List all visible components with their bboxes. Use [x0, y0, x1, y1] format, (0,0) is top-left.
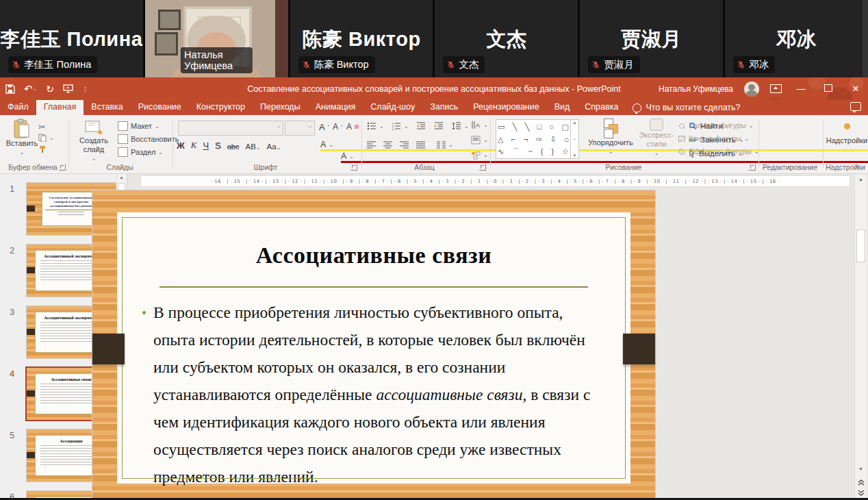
select-button[interactable]: Выделить⌄: [689, 149, 743, 158]
participant-tile[interactable]: 李佳玉 Полина李佳玉 Полина: [0, 0, 143, 77]
align-text-button[interactable]: ⌄: [471, 136, 488, 145]
tab-0[interactable]: Файл: [0, 100, 36, 115]
next-slide-button[interactable]: [855, 488, 867, 497]
ribbon-display-options-icon[interactable]: [770, 84, 782, 93]
addins-button[interactable]: Надстройки: [826, 123, 868, 145]
font-dialog-launcher-icon[interactable]: [350, 164, 357, 171]
minimize-button[interactable]: —: [793, 84, 809, 94]
shape-icon[interactable]: ∿: [498, 146, 504, 157]
shape-icon[interactable]: △: [498, 134, 503, 145]
participant-tile[interactable]: Наталья Уфимцева: [145, 0, 288, 77]
shape-icon[interactable]: ~: [528, 146, 532, 157]
shape-icon[interactable]: ▢: [562, 121, 569, 132]
font-style-button-5[interactable]: АВ⌄: [245, 142, 260, 151]
tab-1[interactable]: Главная: [36, 100, 84, 115]
reset-button[interactable]: Восстановить: [118, 134, 179, 144]
paragraph-dialog-launcher-icon[interactable]: [479, 164, 486, 171]
collapse-ribbon-icon[interactable]: ˄: [856, 163, 860, 171]
font-style-button-2[interactable]: Ч: [203, 140, 209, 151]
align-center-button[interactable]: [383, 141, 392, 149]
quick-styles-button[interactable]: Экспресс-стили⌄: [638, 118, 675, 158]
comments-icon[interactable]: [850, 102, 861, 111]
tab-6[interactable]: Анимация: [308, 100, 363, 115]
new-slide-button[interactable]: Создать слайд⌄: [74, 118, 114, 163]
participant-tile[interactable]: 邓冰邓冰: [725, 0, 868, 77]
arrange-button[interactable]: Упорядочить⌄: [586, 118, 635, 156]
participant-tile[interactable]: 陈豪 Виктор陈豪 Виктор: [290, 0, 433, 77]
paste-button[interactable]: Вставить⌄: [5, 118, 38, 157]
shape-icon[interactable]: ⌒: [512, 146, 520, 157]
drawing-dialog-launcher-icon[interactable]: [749, 164, 756, 171]
increase-indent-button[interactable]: [434, 122, 444, 130]
clipboard-dialog-launcher-icon[interactable]: [59, 164, 66, 171]
shape-icon[interactable]: ╲: [525, 121, 530, 132]
shape-icon[interactable]: ╲: [513, 121, 518, 132]
columns-button[interactable]: ⌄: [437, 141, 453, 149]
font-name-combobox[interactable]: [178, 121, 283, 136]
layout-button[interactable]: Макет⌄: [118, 121, 159, 131]
font-style-button-3[interactable]: S: [215, 140, 221, 151]
shape-icon[interactable]: {: [541, 146, 544, 157]
replace-button[interactable]: ab Заменить⌄: [689, 136, 743, 144]
slide-title[interactable]: Ассоциативные связи: [117, 242, 630, 268]
align-left-button[interactable]: [367, 141, 376, 149]
format-painter-button[interactable]: [38, 145, 47, 153]
cut-button[interactable]: ✂: [38, 122, 46, 132]
previous-slide-button[interactable]: [855, 477, 867, 487]
bullets-button[interactable]: ⌄: [367, 122, 384, 130]
shrink-font-button[interactable]: Аˇ: [333, 122, 343, 132]
justify-button[interactable]: [416, 141, 425, 149]
tab-8[interactable]: Запись: [422, 100, 465, 115]
grow-font-button[interactable]: Аˆ: [319, 122, 329, 132]
slide-body-text[interactable]: • В процессе приобретения личностью субъ…: [142, 299, 604, 490]
clear-formatting-button[interactable]: А: [346, 122, 359, 132]
tab-2[interactable]: Вставка: [84, 100, 130, 115]
shape-icon[interactable]: ○: [550, 121, 554, 132]
participant-tile[interactable]: 文杰文杰: [435, 0, 578, 77]
tell-me-search[interactable]: Что вы хотите сделать?: [626, 100, 747, 115]
shape-icon[interactable]: ▭: [498, 121, 505, 132]
font-style-button-4[interactable]: abc: [227, 142, 240, 151]
tab-10[interactable]: Вид: [547, 100, 578, 115]
font-style-button-6[interactable]: Аа⌄: [267, 142, 281, 151]
shape-icon[interactable]: ⌐: [511, 134, 515, 145]
line-spacing-button[interactable]: ⌄: [452, 122, 469, 130]
tab-4[interactable]: Конструктор: [189, 100, 253, 115]
font-style-button-0[interactable]: Ж: [177, 140, 185, 151]
shape-icon[interactable]: ☆: [562, 146, 569, 157]
shape-icon[interactable]: ¬: [524, 134, 528, 145]
shape-icon[interactable]: ⌂: [564, 134, 569, 145]
account-avatar[interactable]: [744, 82, 759, 97]
close-button[interactable]: ✕: [847, 84, 864, 94]
slide-canvas[interactable]: Ассоциативные связи • В процессе приобре…: [92, 190, 655, 500]
numbering-button[interactable]: ⌄: [392, 122, 409, 130]
shape-icon[interactable]: ⇨: [536, 134, 542, 145]
section-button[interactable]: Раздел⌄: [118, 147, 163, 157]
restore-button[interactable]: [820, 84, 837, 94]
shape-icon[interactable]: }: [551, 146, 554, 157]
shape-icon[interactable]: ⇩: [550, 134, 557, 145]
shapes-gallery[interactable]: ▭╲╲□○▢△⌐¬⇨⇩⌂∿⌒~{}☆ ▲•▼: [496, 119, 579, 159]
decrease-indent-button[interactable]: [416, 122, 426, 130]
main-scrollbar[interactable]: ▲ ▼: [854, 173, 867, 498]
shape-icon[interactable]: □: [537, 121, 542, 132]
copy-button[interactable]: ⌄: [38, 134, 54, 142]
tab-5[interactable]: Переходы: [253, 100, 308, 115]
tab-3[interactable]: Рисование: [131, 100, 189, 115]
font-style-button-1[interactable]: К: [191, 140, 197, 151]
convert-smartart-button[interactable]: ⌄: [471, 151, 488, 160]
tab-9[interactable]: Рецензирование: [465, 100, 547, 115]
tab-7[interactable]: Слайд-шоу: [363, 100, 422, 115]
participant-tile[interactable]: 贾淑月贾淑月: [580, 0, 723, 77]
text-direction-button[interactable]: А⌄: [471, 121, 488, 129]
find-button[interactable]: Найти: [689, 122, 723, 130]
account-user-name[interactable]: Наталья Уфимцева: [659, 84, 733, 94]
scroll-up-icon[interactable]: ▲: [117, 173, 126, 182]
scroll-down-icon[interactable]: ▼: [855, 464, 867, 474]
main-scrollbar-thumb[interactable]: [856, 229, 865, 262]
font-size-combobox[interactable]: [285, 121, 315, 136]
scroll-up-icon[interactable]: ▲: [855, 174, 867, 184]
shapes-gallery-scrollbar[interactable]: ▲•▼: [570, 120, 578, 158]
tab-11[interactable]: Справка: [577, 100, 626, 115]
align-right-button[interactable]: [400, 141, 409, 149]
